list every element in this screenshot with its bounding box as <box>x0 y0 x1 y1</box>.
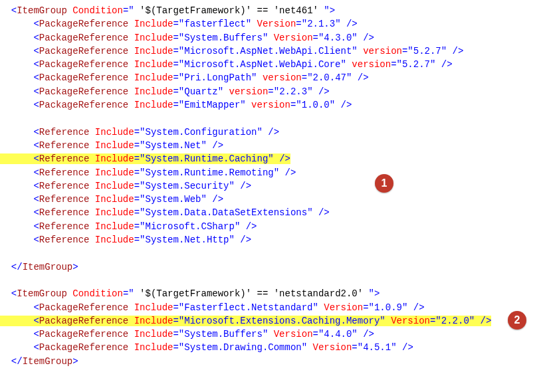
package-reference: <PackageReference Include="Fasterflect.N… <box>0 301 553 314</box>
package-reference: <PackageReference Include="Microsoft.Asp… <box>0 45 553 58</box>
reference: <Reference Include="System.Net.Http" /> <box>0 233 553 246</box>
blank-line <box>0 274 553 287</box>
package-reference: <PackageReference Include="Quartz" versi… <box>0 85 553 98</box>
itemgroup-close-2: </ItemGroup> <box>0 355 553 368</box>
blank-line <box>0 112 553 125</box>
itemgroup-open-1: <ItemGroup Condition=" '$(TargetFramewor… <box>0 4 553 17</box>
package-reference-highlighted: <PackageReference Include="Microsoft.Ext… <box>0 314 553 328</box>
reference: <Reference Include="System.Net" /> <box>0 139 553 152</box>
package-reference: <PackageReference Include="Pri.LongPath"… <box>0 71 553 84</box>
reference: <Reference Include="System.Data.DataSetE… <box>0 206 553 219</box>
package-reference: <PackageReference Include="System.Buffer… <box>0 328 553 341</box>
blank-line <box>0 246 553 260</box>
reference-highlighted: <Reference Include="System.Runtime.Cachi… <box>0 152 553 165</box>
itemgroup-close-1: </ItemGroup> <box>0 260 553 274</box>
package-reference: <PackageReference Include="Microsoft.Asp… <box>0 58 553 71</box>
package-reference: <PackageReference Include="EmitMapper" v… <box>0 98 553 112</box>
reference: <Reference Include="System.Security" /> <box>0 179 553 193</box>
package-reference: <PackageReference Include="System.Buffer… <box>0 31 553 45</box>
package-reference: <PackageReference Include="fasterflect" … <box>0 17 553 31</box>
package-reference: <PackageReference Include="System.Drawin… <box>0 341 553 354</box>
reference: <Reference Include="System.Web" /> <box>0 193 553 206</box>
annotation-badge-2: 2 <box>508 311 526 330</box>
xml-code-block: <ItemGroup Condition=" '$(TargetFramewor… <box>0 0 553 372</box>
annotation-badge-1: 1 <box>375 174 393 193</box>
itemgroup-open-2: <ItemGroup Condition=" '$(TargetFramewor… <box>0 287 553 300</box>
reference: <Reference Include="Microsoft.CSharp" /> <box>0 220 553 233</box>
reference: <Reference Include="System.Configuration… <box>0 126 553 139</box>
reference: <Reference Include="System.Runtime.Remot… <box>0 166 553 179</box>
